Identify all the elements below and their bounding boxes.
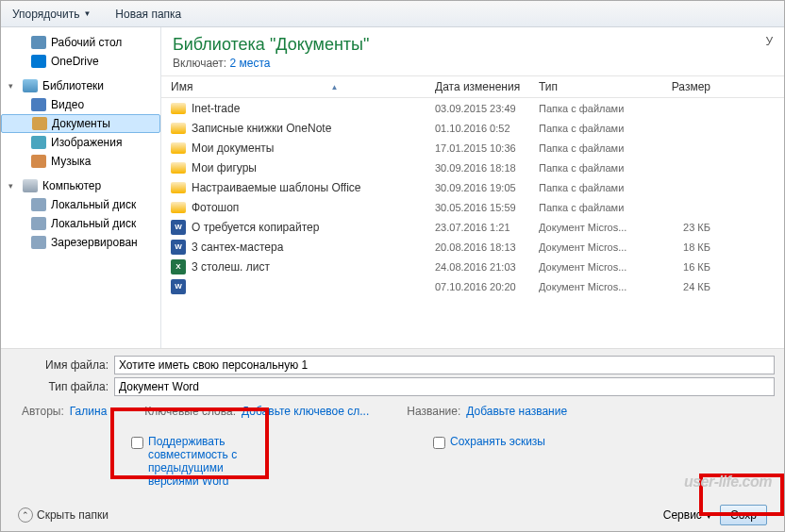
file-list[interactable]: Inet-trade03.09.2015 23:49Папка с файлам… (161, 98, 784, 348)
file-row[interactable]: Мои фигуры30.09.2016 18:18Папка с файлам… (161, 158, 784, 177)
includes-link[interactable]: 2 места (230, 57, 271, 70)
tree-item[interactable]: Локальный диск (1, 195, 160, 214)
compat-checkbox[interactable]: Поддерживать совместимость с предыдущими… (131, 435, 263, 488)
organize-button[interactable]: Упорядочить ▼ (7, 6, 96, 23)
word-icon: W (171, 279, 186, 294)
arrange-by-label: У (765, 35, 773, 48)
chevron-down-icon: ▾ (8, 81, 18, 91)
tree-computer[interactable]: ▾Компьютер (1, 176, 160, 195)
tags-label: Ключевые слова: (144, 405, 236, 418)
filename-input[interactable] (114, 356, 775, 374)
file-row[interactable]: Мои документы17.01.2015 10:36Папка с фай… (161, 138, 784, 158)
word-icon: W (171, 240, 186, 255)
tree-item[interactable]: Видео (1, 95, 160, 114)
file-row[interactable]: W07.10.2016 20:20Документ Micros...24 КБ (161, 276, 784, 296)
filename-label: Имя файла: (10, 358, 114, 372)
tree-libraries[interactable]: ▾Библиотеки (1, 76, 160, 95)
tree-item[interactable]: Зарезервирован (1, 233, 160, 252)
folder-icon (171, 202, 186, 213)
filetype-label: Тип файла: (10, 380, 114, 393)
chevron-down-icon: ▾ (8, 181, 18, 191)
authors-label: Авторы: (22, 405, 64, 418)
tags-value[interactable]: Добавьте ключевое сл... (242, 405, 369, 418)
thumbs-checkbox[interactable]: Сохранять эскизы (433, 435, 545, 488)
file-row[interactable]: WО требуется копирайтер23.07.2016 1:21До… (161, 217, 784, 237)
folder-icon (171, 103, 186, 114)
filetype-input[interactable] (114, 377, 775, 396)
folder-icon (171, 182, 186, 193)
column-headers[interactable]: Имя▲ Дата изменения Тип Размер (161, 76, 784, 98)
file-row[interactable]: Inet-trade03.09.2015 23:49Папка с файлам… (161, 98, 784, 118)
sidebar: Рабочий столOneDrive ▾Библиотеки ВидеоДо… (1, 27, 161, 348)
authors-value[interactable]: Галина (70, 405, 108, 418)
file-row[interactable]: Настраиваемые шаблоны Office30.09.2016 1… (161, 177, 784, 197)
folder-icon (171, 162, 186, 174)
tree-item[interactable]: Музыка (1, 152, 160, 171)
tools-button[interactable]: Сервис ▼ (663, 508, 712, 522)
hide-folders-button[interactable]: ⌃Скрыть папки (18, 507, 109, 523)
content-header: Библиотека "Документы" Включает: 2 места… (161, 27, 784, 76)
word-icon: W (171, 220, 186, 235)
file-row[interactable]: W3 сантех-мастера20.08.2016 18:13Докумен… (161, 237, 784, 257)
excel-icon: X (171, 259, 186, 274)
file-row[interactable]: Записные книжки OneNote01.10.2016 0:52Па… (161, 118, 784, 138)
tree-item[interactable]: Изображения (1, 133, 160, 152)
chevron-down-icon: ▼ (705, 512, 712, 521)
tree-item[interactable]: Документы (1, 114, 160, 133)
folder-icon (171, 142, 186, 154)
tree-item[interactable]: OneDrive (1, 52, 160, 71)
title-label: Название: (407, 405, 460, 418)
file-row[interactable]: X3 столеш. лист24.08.2016 21:03Документ … (161, 257, 784, 276)
chevron-up-icon: ⌃ (18, 507, 33, 523)
new-folder-button[interactable]: Новая папка (109, 6, 187, 23)
file-row[interactable]: Фотошоп30.05.2016 15:59Папка с файлами (161, 197, 784, 217)
folder-icon (171, 123, 186, 134)
toolbar: Упорядочить ▼ Новая папка (1, 1, 784, 27)
title-value[interactable]: Добавьте название (466, 405, 567, 418)
chevron-down-icon: ▼ (83, 9, 91, 18)
library-title: Библиотека "Документы" (173, 35, 369, 55)
sort-indicator-icon: ▲ (330, 83, 338, 91)
tree-item[interactable]: Рабочий стол (1, 33, 160, 52)
tree-item[interactable]: Локальный диск (1, 214, 160, 233)
save-button[interactable]: Сохр (720, 505, 767, 525)
